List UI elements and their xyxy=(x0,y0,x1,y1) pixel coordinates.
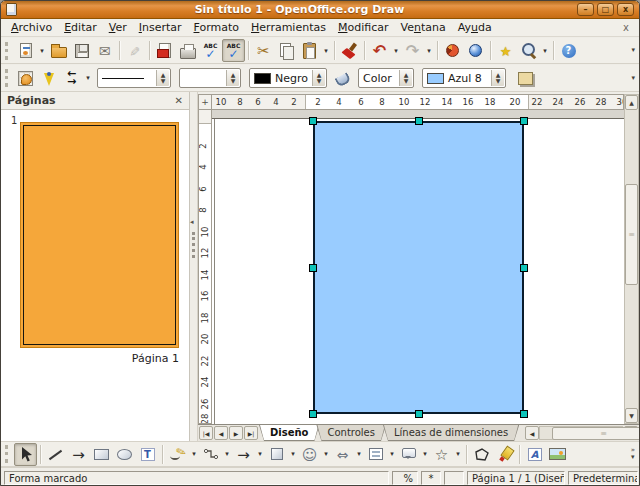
open-button[interactable] xyxy=(47,39,70,62)
redo-dropdown-icon[interactable]: ▾ xyxy=(424,39,434,62)
selection-handle[interactable] xyxy=(309,264,317,272)
panel-splitter[interactable]: ◂ xyxy=(190,92,198,441)
arrow-tool-button[interactable] xyxy=(67,443,90,466)
ruler-origin-box[interactable]: + xyxy=(198,94,212,110)
menu-formato[interactable]: Formato xyxy=(188,20,246,35)
selection-handle[interactable] xyxy=(309,410,317,418)
basic-shapes-dropdown-icon[interactable]: ▾ xyxy=(288,443,298,466)
selection-handle[interactable] xyxy=(520,117,528,125)
fill-style-button[interactable] xyxy=(331,67,354,90)
menu-editar[interactable]: Editar xyxy=(58,20,103,35)
splitter-handle[interactable] xyxy=(192,232,195,258)
menu-ayuda[interactable]: Ayuda xyxy=(452,20,498,35)
status-page[interactable]: Página 1 / 1 (Diseño) xyxy=(467,471,565,485)
flowchart-dropdown-icon[interactable]: ▾ xyxy=(387,443,397,466)
menu-ver[interactable]: Ver xyxy=(103,20,133,35)
email-button[interactable] xyxy=(93,39,116,62)
gallery-button[interactable] xyxy=(494,39,517,62)
connector-tool-button[interactable] xyxy=(199,443,222,466)
basic-shapes-button[interactable] xyxy=(265,443,288,466)
block-arrows-dropdown-icon[interactable]: ▾ xyxy=(354,443,364,466)
export-pdf-button[interactable] xyxy=(153,39,176,62)
tab-diseno[interactable]: Diseño xyxy=(259,425,319,441)
tab-lineas-de-dimensiones[interactable]: Líneas de dimensiones xyxy=(383,425,519,441)
selection-handle[interactable] xyxy=(415,117,423,125)
edit-points-tool-button[interactable] xyxy=(470,443,493,466)
status-style[interactable]: Predeterminado xyxy=(568,471,638,485)
cut-button[interactable] xyxy=(252,39,275,62)
glue-points-button[interactable] xyxy=(37,67,60,90)
edit-file-button[interactable] xyxy=(123,39,146,62)
toolbar-overflow-icon[interactable]: ▾ xyxy=(631,47,637,54)
toolbar-grip[interactable] xyxy=(5,69,10,87)
arrow-style-button[interactable] xyxy=(60,67,83,90)
connector-dropdown-icon[interactable]: ▾ xyxy=(222,443,232,466)
save-button[interactable] xyxy=(70,39,93,62)
undo-dropdown-icon[interactable]: ▾ xyxy=(391,39,401,62)
undo-button[interactable] xyxy=(368,39,391,62)
redo-button[interactable] xyxy=(401,39,424,62)
tab-controles[interactable]: Controles xyxy=(316,425,386,441)
paste-dropdown-icon[interactable]: ▾ xyxy=(321,39,331,62)
menu-insertar[interactable]: Insertar xyxy=(133,20,188,35)
curve-tool-button[interactable] xyxy=(166,443,189,466)
copy-button[interactable] xyxy=(275,39,298,62)
lines-arrows-button[interactable] xyxy=(232,443,255,466)
rectangle-tool-button[interactable] xyxy=(90,443,113,466)
paste-button[interactable] xyxy=(298,39,321,62)
insert-image-button[interactable] xyxy=(546,443,569,466)
fill-type-select[interactable]: Color▲▼ xyxy=(358,68,414,88)
text-tool-button[interactable] xyxy=(136,443,159,466)
page-thumbnail[interactable] xyxy=(20,122,179,348)
callouts-button[interactable] xyxy=(397,443,420,466)
scroll-down-icon[interactable]: ▼ xyxy=(625,408,638,423)
vertical-scrollbar-thumb[interactable]: ≡ xyxy=(625,184,638,285)
selection-handle[interactable] xyxy=(309,117,317,125)
line-color-select[interactable]: Negro▲▼ xyxy=(249,68,327,88)
document-close-icon[interactable]: x xyxy=(617,22,635,33)
next-page-icon[interactable]: ▶ xyxy=(229,426,243,440)
auto-spellcheck-button[interactable] xyxy=(222,39,245,62)
fill-color-select[interactable]: Azul 8▲▼ xyxy=(422,68,506,88)
ellipse-tool-button[interactable] xyxy=(113,443,136,466)
line-width-input[interactable]: ▲▼ xyxy=(179,68,241,88)
zoom-button[interactable] xyxy=(517,39,540,62)
callouts-dropdown-icon[interactable]: ▾ xyxy=(420,443,430,466)
zoom-dropdown-icon[interactable]: ▾ xyxy=(540,39,550,62)
close-button[interactable]: x xyxy=(617,3,634,16)
insert-chart-button[interactable] xyxy=(441,39,464,62)
spinner-icon[interactable]: ▲▼ xyxy=(226,70,239,86)
toolbar-grip[interactable] xyxy=(5,445,10,463)
help-button[interactable] xyxy=(557,39,580,62)
lines-arrows-dropdown-icon[interactable]: ▾ xyxy=(255,443,265,466)
scroll-up-icon[interactable]: ▲ xyxy=(625,95,638,110)
horizontal-scrollbar-thumb[interactable]: ≡ xyxy=(552,427,640,440)
menu-ventana[interactable]: Ventana xyxy=(394,20,451,35)
fontwork-button[interactable] xyxy=(523,443,546,466)
selection-handle[interactable] xyxy=(520,410,528,418)
flowchart-button[interactable] xyxy=(364,443,387,466)
horizontal-scrollbar[interactable]: ≡ xyxy=(539,426,623,440)
edit-points-button[interactable] xyxy=(14,67,37,90)
stars-button[interactable] xyxy=(430,443,453,466)
panel-close-icon[interactable]: ✕ xyxy=(175,95,183,106)
format-paintbrush-button[interactable] xyxy=(338,39,361,62)
block-arrows-button[interactable] xyxy=(331,443,354,466)
line-style-select[interactable]: ▲▼ xyxy=(97,68,171,88)
curve-dropdown-icon[interactable]: ▾ xyxy=(189,443,199,466)
selection-handle[interactable] xyxy=(520,264,528,272)
toolbar-grip[interactable] xyxy=(5,42,10,60)
minimize-button[interactable]: – xyxy=(577,3,594,16)
selected-shape[interactable] xyxy=(313,121,524,414)
select-tool-button[interactable] xyxy=(14,443,37,466)
spinner-icon[interactable]: ▲▼ xyxy=(312,70,325,86)
drawing-canvas[interactable] xyxy=(212,110,624,424)
toolbar-overflow-icon[interactable]: ▾ xyxy=(631,75,637,82)
line-tool-button[interactable] xyxy=(44,443,67,466)
toolbar-overflow-icon[interactable]: »▾ xyxy=(631,447,637,461)
menu-archivo[interactable]: Archivo xyxy=(5,20,58,35)
spellcheck-button[interactable] xyxy=(199,39,222,62)
status-zoom[interactable]: % xyxy=(392,471,418,485)
splitter-collapse-icon[interactable]: ◂ xyxy=(190,218,194,226)
shadow-button[interactable] xyxy=(514,67,537,90)
